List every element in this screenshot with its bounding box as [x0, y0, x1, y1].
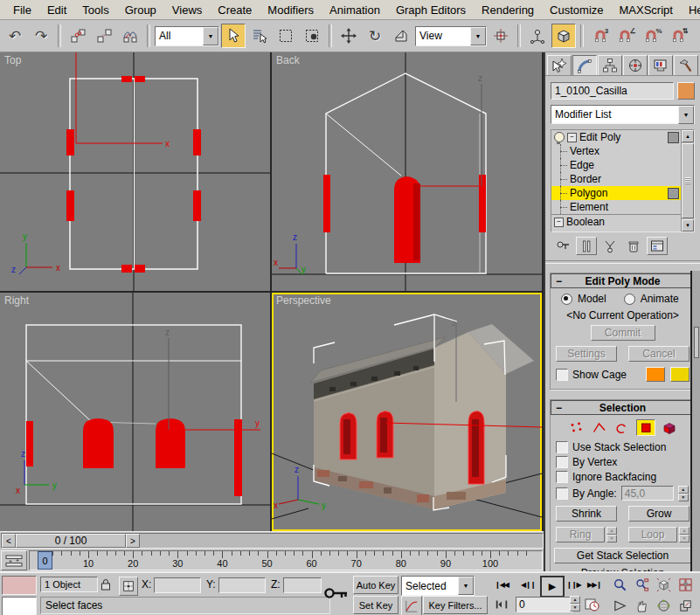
select-object-button[interactable] [221, 24, 246, 48]
min-max-toggle-button[interactable] [676, 596, 695, 615]
loop-button[interactable]: Loop [628, 527, 677, 542]
pan-button[interactable] [632, 596, 651, 615]
maxscript-mini-listener[interactable] [2, 576, 37, 615]
track-ruler[interactable]: 0 0102030405060708090100 [29, 550, 543, 570]
loop-spinner[interactable]: ▲▼ [679, 527, 690, 542]
select-and-scale-button[interactable] [389, 24, 413, 48]
z-coordinate-field[interactable] [283, 577, 322, 593]
expand-icon[interactable]: − [554, 218, 564, 227]
menu-rendering[interactable]: Rendering [474, 2, 542, 18]
panel-scroll-thumb[interactable] [694, 327, 699, 358]
select-and-rotate-button[interactable]: ↻ [363, 24, 387, 48]
cage-color-swatch-2[interactable] [670, 367, 690, 382]
object-color-swatch[interactable] [677, 82, 695, 100]
grow-button[interactable]: Grow [628, 506, 690, 522]
zoom-extents-button[interactable] [654, 575, 673, 594]
commit-button[interactable]: Commit [591, 325, 655, 341]
vertex-mode-button[interactable] [568, 420, 586, 435]
track-frame-handle[interactable]: 0 [38, 551, 52, 570]
arc-rotate-button[interactable] [654, 596, 673, 615]
selection-header[interactable]: − Selection [551, 400, 695, 415]
undo-button[interactable]: ↶ [3, 24, 27, 48]
window-crossing-toggle-button[interactable] [300, 24, 324, 48]
key-mode-dropdown[interactable]: Selected ▼ [401, 576, 475, 596]
zoom-all-button[interactable] [632, 575, 651, 594]
edge-mode-button[interactable] [591, 420, 608, 435]
x-coordinate-field[interactable] [154, 577, 201, 593]
menu-help[interactable]: Help [681, 2, 700, 18]
stack-item-element[interactable]: Element [551, 200, 694, 214]
menu-tools[interactable]: Tools [74, 2, 116, 18]
ring-spinner[interactable]: ▲▼ [606, 527, 617, 542]
absolute-offset-toggle[interactable] [119, 577, 138, 596]
menu-modifiers[interactable]: Modifiers [260, 2, 322, 18]
tab-utilities[interactable] [674, 55, 698, 75]
stack-scrollbar[interactable]: ▲ ▼ [681, 130, 694, 231]
auto-key-button[interactable]: Auto Key [353, 576, 399, 594]
by-angle-field[interactable]: 45,0 [621, 486, 674, 501]
stack-item-border[interactable]: Border [551, 172, 694, 186]
spinner-snap-toggle-button[interactable]: ⇅ [667, 24, 691, 48]
use-pivot-point-center-button[interactable] [489, 24, 513, 48]
remove-modifier-button[interactable] [623, 237, 644, 255]
field-of-view-button[interactable] [610, 596, 629, 615]
perspective-viewport-canvas[interactable]: z x z [272, 293, 542, 531]
tab-hierarchy[interactable] [598, 55, 622, 75]
by-angle-checkbox[interactable] [556, 487, 568, 500]
menu-create[interactable]: Create [210, 2, 260, 18]
set-keys-button[interactable] [323, 584, 350, 605]
select-and-manipulate-button[interactable] [525, 24, 550, 48]
reference-coordinate-system-dropdown[interactable]: View ▼ [415, 26, 487, 46]
right-viewport-canvas[interactable]: y z z y x [0, 293, 270, 531]
listener-script-row[interactable] [2, 597, 37, 615]
shrink-button[interactable]: Shrink [556, 506, 617, 522]
scroll-thumb[interactable] [682, 143, 694, 218]
chevron-down-icon[interactable]: ▼ [470, 27, 486, 45]
stack-color-swatch[interactable] [668, 132, 679, 143]
border-mode-button[interactable] [613, 420, 631, 435]
angle-snap-toggle-button[interactable]: ∠ [614, 24, 639, 48]
time-configuration-button[interactable] [584, 597, 600, 615]
pin-stack-button[interactable] [552, 237, 573, 255]
menu-animation[interactable]: Animation [322, 2, 388, 18]
cancel-button[interactable]: Cancel [628, 346, 690, 362]
select-and-link-button[interactable] [66, 24, 90, 48]
go-to-start-button[interactable]: ❙◀◀ [495, 581, 509, 589]
tab-motion[interactable] [623, 55, 648, 75]
menu-group[interactable]: Group [117, 2, 164, 18]
chevron-down-icon[interactable]: ▼ [458, 577, 474, 595]
top-viewport-canvas[interactable]: x y x z [0, 52, 270, 291]
bind-to-space-warp-button[interactable] [118, 24, 142, 48]
show-cage-checkbox[interactable] [556, 369, 568, 381]
menu-graph-editors[interactable]: Graph Editors [388, 2, 474, 18]
redo-button[interactable]: ↷ [29, 24, 53, 48]
by-vertex-checkbox[interactable] [556, 456, 568, 468]
selection-filter-dropdown[interactable]: All ▼ [155, 26, 219, 46]
back-viewport-canvas[interactable]: z z x y [272, 52, 542, 291]
viewport-perspective[interactable]: Perspective [272, 293, 542, 531]
frame-spinner[interactable]: ▲▼ [570, 596, 580, 611]
snaps-toggle-button[interactable] [551, 24, 576, 48]
stack-color-swatch[interactable] [668, 188, 679, 199]
configure-modifier-sets-button[interactable] [647, 237, 668, 255]
previous-frame-arrow[interactable]: < [2, 534, 16, 548]
edit-poly-mode-header[interactable]: − Edit Poly Mode [551, 273, 695, 288]
by-angle-spinner[interactable]: ▲▼ [678, 486, 689, 501]
zoom-extents-all-button[interactable] [676, 575, 695, 594]
next-frame-button[interactable]: ❙❙▶ [566, 581, 581, 589]
snap-3d-toggle-button[interactable]: 3 [588, 24, 613, 48]
y-coordinate-field[interactable] [218, 577, 266, 593]
stack-item-vertex[interactable]: Vertex [551, 144, 694, 158]
modifier-list-dropdown[interactable]: Modifier List ▼ [551, 105, 695, 124]
tab-modify[interactable] [572, 55, 597, 75]
make-unique-button[interactable] [600, 237, 620, 255]
viewport-back[interactable]: Back z z [272, 52, 542, 291]
expand-icon[interactable]: − [567, 133, 577, 142]
open-mini-curve-editor-button[interactable] [1, 550, 27, 570]
menu-edit[interactable]: Edit [39, 2, 74, 18]
time-slider-handle[interactable]: 0 / 100 [16, 534, 126, 548]
select-by-name-button[interactable] [247, 24, 272, 48]
ignore-backfacing-checkbox[interactable] [556, 471, 568, 483]
element-mode-button[interactable] [661, 420, 678, 435]
panel-scrollbar[interactable] [690, 271, 700, 571]
